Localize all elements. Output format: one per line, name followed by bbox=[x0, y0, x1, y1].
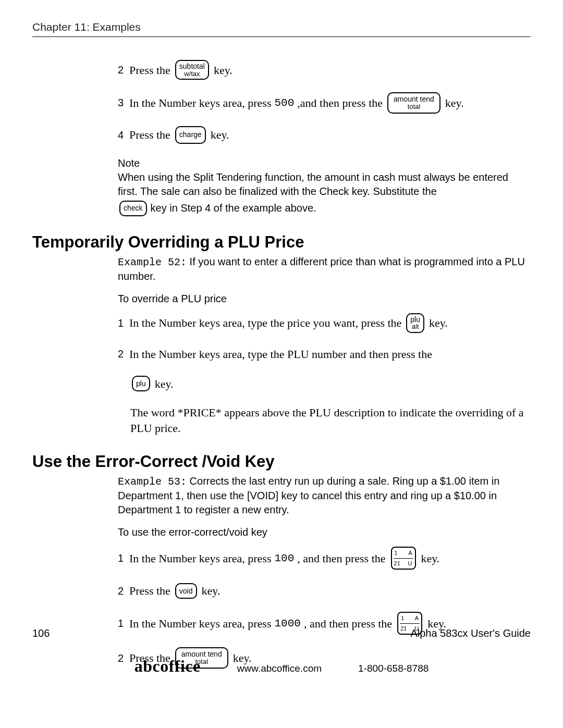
note-text-1: When using the Split Tendering function,… bbox=[118, 170, 531, 199]
plu-key-icon: plu bbox=[132, 376, 150, 391]
text: In the Number keys area, type the price … bbox=[129, 314, 401, 331]
step-body: Press the subtotalw/tax key. bbox=[129, 60, 531, 80]
step: 1In the Number keys area, type the price… bbox=[118, 313, 531, 333]
content-area: 2Press the subtotalw/tax key.3In the Num… bbox=[118, 60, 531, 216]
step-number: 2 bbox=[118, 62, 129, 78]
step-body: In the Number keys area, press 100, and … bbox=[129, 547, 531, 570]
divider bbox=[32, 36, 531, 37]
step: 2In the Number keys area, type the PLU n… bbox=[118, 346, 531, 363]
note-body: When using the Split Tendering function,… bbox=[118, 170, 531, 216]
example-52: Example 52: If you want to enter a diffe… bbox=[118, 255, 531, 283]
step-number: 2 bbox=[118, 583, 129, 599]
step-number: 1 bbox=[118, 550, 129, 566]
subhead-plu: To override a PLU price bbox=[118, 293, 531, 305]
text: key. bbox=[445, 94, 464, 112]
step: 4Press the charge key. bbox=[118, 126, 531, 144]
text: key. bbox=[211, 126, 229, 143]
check-key-icon: check bbox=[119, 201, 147, 216]
text: , and then press the bbox=[297, 550, 385, 567]
text: Press the bbox=[129, 582, 170, 599]
note-label: Note bbox=[118, 156, 531, 170]
brand-row: abcoffice www.abcoffice.com 1-800-658-87… bbox=[0, 657, 563, 676]
plu-trailing-text: The word *PRICE* appears above the PLU d… bbox=[130, 405, 531, 436]
guide-name: Alpha 583cx User's Guide bbox=[410, 627, 531, 639]
note-block: Note When using the Split Tendering func… bbox=[118, 156, 531, 216]
text: key. bbox=[202, 582, 221, 599]
step-body: In the Number keys area, type the price … bbox=[129, 313, 531, 333]
section-heading-plu: Temporarily Overriding a PLU Price bbox=[32, 233, 531, 252]
example-label: Example 53: bbox=[118, 476, 187, 488]
charge-key-icon: charge bbox=[175, 126, 206, 144]
text: In the Number keys area, press bbox=[129, 94, 271, 112]
brand-phone: 1-800-658-8788 bbox=[358, 663, 429, 674]
chapter-header: Chapter 11: Examples bbox=[32, 21, 531, 33]
page-footer: 106 Alpha 583cx User's Guide bbox=[32, 627, 531, 639]
example-label: Example 52: bbox=[118, 256, 187, 268]
step: 2Press the subtotalw/tax key. bbox=[118, 60, 531, 80]
subhead-void: To use the error-correct/void key bbox=[118, 526, 531, 538]
step-body: In the Number keys area, press 500,and t… bbox=[129, 92, 531, 113]
code-text: 500 bbox=[274, 95, 294, 112]
note-text-2: key in Step 4 of the example above. bbox=[151, 201, 316, 215]
amount tend-key-icon: amount tendtotal bbox=[387, 92, 440, 113]
step-body: Press the charge key. bbox=[129, 126, 531, 144]
step: 3In the Number keys area, press 500,and … bbox=[118, 92, 531, 113]
step-number: 4 bbox=[118, 127, 129, 143]
text: Press the bbox=[129, 61, 170, 79]
step-number: 2 bbox=[118, 346, 129, 362]
step-number: 3 bbox=[118, 95, 129, 110]
department-key-icon: 1A21U bbox=[391, 547, 416, 570]
step: 1In the Number keys area, press 100, and… bbox=[118, 547, 531, 570]
page-number: 106 bbox=[32, 627, 50, 639]
text: In the Number keys area, type the PLU nu… bbox=[129, 346, 432, 363]
code-text: 100 bbox=[274, 550, 294, 567]
text: key. bbox=[214, 61, 232, 79]
step-number: 1 bbox=[118, 315, 129, 331]
example-53: Example 53: Corrects the last entry run … bbox=[118, 474, 531, 517]
step-body: Press the void key. bbox=[129, 582, 531, 599]
brand-url: www.abcoffice.com bbox=[237, 663, 322, 674]
plu-key-icon: plualt bbox=[406, 313, 424, 333]
text: key. bbox=[421, 550, 440, 567]
step-body: In the Number keys area, type the PLU nu… bbox=[129, 346, 531, 363]
text: Press the bbox=[129, 126, 170, 143]
brand-logo: abcoffice bbox=[134, 657, 201, 676]
text: key. bbox=[155, 375, 174, 392]
section-heading-void: Use the Error-Correct /Void Key bbox=[32, 452, 531, 471]
subtotal-key-icon: subtotalw/tax bbox=[175, 60, 209, 80]
page: Chapter 11: Examples 2Press the subtotal… bbox=[0, 0, 563, 728]
text: key. bbox=[429, 314, 448, 331]
text: In the Number keys area, press bbox=[129, 550, 271, 567]
text: ,and then press the bbox=[297, 94, 383, 112]
void-key-icon: void bbox=[175, 583, 197, 599]
step: 2Press the void key. bbox=[118, 582, 531, 599]
